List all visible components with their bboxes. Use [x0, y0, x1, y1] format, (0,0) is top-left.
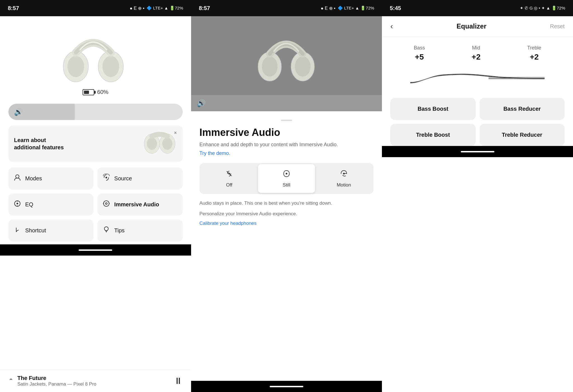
- svg-point-14: [105, 203, 107, 204]
- status-bar-2: 8:57 ● E ⊕ • 🔷 LTE+ ▲ 🔋72%: [191, 0, 382, 16]
- home-indicator-3: [461, 151, 494, 152]
- bass-reducer-button[interactable]: Bass Reducer: [480, 98, 565, 120]
- svg-point-11: [17, 203, 18, 204]
- mode-still-button[interactable]: Still: [258, 164, 315, 193]
- grid-item-tips[interactable]: Tips: [97, 219, 182, 242]
- shortcut-label: Shortcut: [25, 227, 46, 234]
- mode-off-label: Off: [226, 182, 232, 188]
- mode-still-icon: [282, 169, 291, 180]
- svg-point-25: [286, 173, 287, 174]
- status-icons-2: ● E ⊕ • 🔷 LTE+ ▲ 🔋72%: [321, 6, 374, 11]
- home-indicator-1: [79, 249, 112, 251]
- grid-item-shortcut[interactable]: Shortcut: [8, 219, 93, 242]
- phone2: 8:57 ● E ⊕ • 🔷 LTE+ ▲ 🔋72%: [191, 0, 382, 392]
- eq-icon: [13, 200, 21, 209]
- eq-mid-item: Mid +2: [472, 45, 481, 62]
- calibrate-link[interactable]: Calibrate your headphones: [199, 221, 374, 226]
- immersive-label: Immersive Audio: [114, 201, 159, 208]
- personalize-text: Personalize your Immersive Audio experie…: [199, 210, 374, 218]
- status-bar-3: 5:45 ✦ ✆ G ◎ • ✦ ▲ 🔋72%: [382, 0, 573, 16]
- mode-motion-button[interactable]: Motion: [315, 164, 372, 193]
- volume-bar-1[interactable]: 🔊: [8, 104, 183, 120]
- grid-item-modes[interactable]: Modes: [8, 167, 93, 190]
- mode-selector: Off Still: [199, 163, 374, 194]
- grid-item-eq[interactable]: EQ: [8, 193, 93, 216]
- volume-icon-2: 🔊: [197, 99, 206, 108]
- immersive-icon: [102, 200, 110, 209]
- time-2: 8:57: [199, 5, 210, 11]
- eq-bass-value: +5: [414, 53, 425, 62]
- svg-point-26: [343, 173, 345, 174]
- learn-banner[interactable]: Learn about additional features ×: [8, 126, 183, 162]
- modes-label: Modes: [25, 175, 42, 182]
- svg-point-5: [162, 138, 172, 150]
- grid-item-immersive[interactable]: Immersive Audio: [97, 193, 182, 216]
- mode-description: Audio stays in place. This one is best w…: [199, 200, 374, 207]
- mode-motion-label: Motion: [337, 182, 351, 188]
- try-demo-link[interactable]: Try the demo.: [199, 150, 374, 156]
- svg-point-20: [262, 56, 278, 77]
- source-icon: [102, 174, 110, 183]
- immersive-subtitle: Enhance and add depth to your content wi…: [199, 141, 374, 148]
- reset-button[interactable]: Reset: [550, 23, 565, 30]
- bottom-bar-3: [382, 146, 573, 157]
- status-icons-3: ✦ ✆ G ◎ • ✦ ▲ 🔋72%: [520, 6, 565, 11]
- status-bar-1: 8:57 ● E ⊕ • 🔷 LTE+ ▲ 🔋72%: [0, 0, 191, 16]
- battery-text-1: 60%: [97, 89, 108, 95]
- svg-point-1: [67, 56, 84, 77]
- grid-item-source[interactable]: Source: [97, 167, 182, 190]
- eq-mid-value: +2: [472, 53, 481, 62]
- menu-grid: Modes Source: [0, 165, 191, 244]
- eq-treble-value: +2: [527, 53, 541, 62]
- headphone-image-2: [253, 27, 320, 83]
- svg-point-22: [295, 56, 311, 77]
- battery-fill-1: [84, 91, 89, 94]
- svg-point-7: [147, 138, 157, 150]
- phone3: 5:45 ✦ ✆ G ◎ • ✦ ▲ 🔋72% ‹ Equalizer Rese…: [382, 0, 573, 392]
- phone2-header: 60% 🔊: [191, 16, 382, 111]
- now-playing-chevron[interactable]: ⌃: [8, 377, 13, 385]
- headphone-image-1: [56, 25, 135, 86]
- volume-section-1[interactable]: 🔊: [0, 101, 191, 123]
- close-banner-button[interactable]: ×: [172, 129, 179, 137]
- treble-boost-button[interactable]: Treble Boost: [390, 124, 475, 146]
- eq-bass-item: Bass +5: [414, 45, 425, 62]
- headphone-svg-1: [56, 25, 135, 86]
- bottom-bar-1: [0, 244, 191, 256]
- status-icons-text-3: ✦ ✆ G ◎ • ✦ ▲ 🔋72%: [520, 6, 565, 11]
- svg-point-8: [16, 175, 19, 178]
- now-playing-subtitle: Satin Jackets, Panama — Pixel 8 Pro: [17, 381, 170, 387]
- mode-off-button[interactable]: Off: [201, 164, 258, 193]
- headphone-section-1: 60%: [0, 16, 191, 101]
- eq-values: Bass +5 Mid +2 Treble +2: [382, 37, 573, 64]
- status-icons-1: ● E ⊕ • 🔷 LTE+ ▲ 🔋72%: [130, 6, 183, 11]
- mode-motion-icon: [339, 169, 348, 180]
- tips-label: Tips: [114, 227, 125, 234]
- mode-off-icon: [225, 169, 234, 180]
- immersive-sheet: Immersive Audio Enhance and add depth to…: [191, 111, 382, 381]
- sheet-handle: [281, 120, 292, 121]
- svg-point-3: [102, 56, 119, 77]
- back-button[interactable]: ‹: [390, 22, 393, 31]
- home-indicator-2: [270, 386, 303, 387]
- source-label: Source: [114, 175, 132, 182]
- status-icons-text-2: ● E ⊕ •: [321, 6, 335, 11]
- modes-icon: [13, 174, 21, 183]
- treble-reducer-button[interactable]: Treble Reducer: [480, 124, 565, 146]
- now-playing-title: The Future: [17, 375, 170, 381]
- immersive-title: Immersive Audio: [199, 127, 374, 138]
- bass-boost-button[interactable]: Bass Boost: [390, 98, 475, 120]
- time-3: 5:45: [390, 5, 401, 11]
- eq-bass-label: Bass: [414, 45, 425, 51]
- bottom-bar-2: [191, 381, 382, 392]
- pause-button[interactable]: ⏸: [174, 376, 183, 386]
- banner-text: Learn about additional features: [14, 136, 70, 151]
- volume-icon-1: 🔊: [14, 108, 23, 116]
- connectivity-1: 🔷 LTE+ ▲ 🔋72%: [147, 6, 183, 11]
- eq-label: EQ: [25, 201, 33, 208]
- volume-bar-2[interactable]: 🔊: [191, 95, 382, 111]
- svg-point-17: [104, 227, 108, 231]
- now-playing-bar[interactable]: ⌃ The Future Satin Jackets, Panama — Pix…: [0, 370, 191, 392]
- svg-point-9: [105, 177, 107, 178]
- eq-graph: [382, 64, 573, 98]
